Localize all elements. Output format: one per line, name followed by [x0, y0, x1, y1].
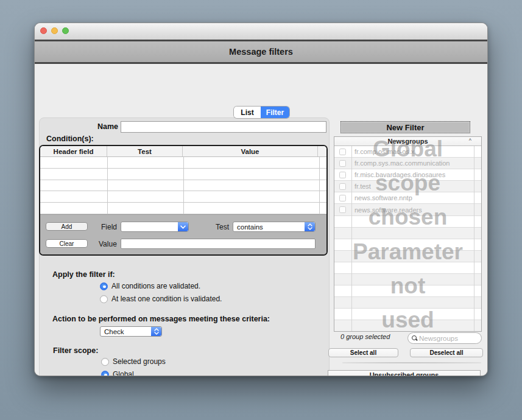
unsubscribed-groups-header[interactable]: Unsubscribed groups	[328, 371, 480, 376]
radio-label: Selected groups	[113, 357, 166, 366]
newsgroup-name: fr.test	[354, 183, 371, 190]
checkbox-column-divider	[351, 146, 352, 331]
newsgroup-row[interactable]: fr.misc.bavardages.dinosaures	[334, 169, 481, 181]
newsgroup-row[interactable]: news.software.readers	[334, 204, 481, 215]
newsgroup-name: news.software.nntp	[354, 194, 412, 201]
column-header-test[interactable]: Test	[107, 146, 183, 156]
action-dropdown[interactable]: Check	[100, 326, 162, 337]
name-label: Name	[35, 122, 118, 131]
new-filter-button[interactable]: New Filter	[340, 121, 470, 133]
test-dropdown[interactable]: contains	[233, 222, 316, 232]
newsgroup-checkbox[interactable]	[339, 206, 346, 213]
field-label: Field	[101, 223, 117, 231]
radio-one-condition[interactable]: At least one condition is validated.	[100, 295, 222, 303]
page-title: Message filters	[229, 47, 293, 57]
column-divider	[107, 157, 108, 214]
empty-row	[334, 309, 481, 320]
radio-label: Global	[113, 370, 134, 376]
newsgroup-name: fr.misc.bavardages.dinosaures	[354, 171, 445, 178]
up-down-stepper-icon	[305, 222, 315, 231]
radio-icon[interactable]	[100, 282, 108, 290]
field-dropdown[interactable]	[121, 222, 189, 232]
value-input[interactable]	[121, 239, 316, 249]
empty-row	[334, 297, 481, 309]
newsgroups-search-field[interactable]	[407, 332, 482, 344]
empty-row	[334, 228, 481, 239]
name-input[interactable]	[121, 121, 326, 133]
column-header-value[interactable]: Value	[183, 146, 318, 156]
column-header-gutter	[318, 146, 326, 156]
newsgroup-name: fr.comp.os.mac-os.x	[354, 148, 414, 155]
add-condition-button[interactable]: Add	[46, 222, 88, 231]
newsgroup-checkbox[interactable]	[339, 172, 346, 178]
newsgroup-name: fr.comp.sys.mac.communication	[354, 159, 450, 167]
unsubscribed-groups-table: Unsubscribed groups	[328, 370, 481, 376]
unsubscribed-groups-header-label: Unsubscribed groups	[370, 371, 439, 377]
condition-table-header: Header field Test Value	[40, 146, 326, 157]
empty-row	[334, 320, 481, 331]
title-band: Message filters	[35, 41, 487, 62]
action-dropdown-value: Check	[104, 328, 124, 335]
zoom-button[interactable]	[62, 27, 69, 34]
newsgroup-row[interactable]: news.software.nntp	[334, 192, 481, 204]
radio-icon[interactable]	[101, 358, 109, 366]
section-divider	[342, 362, 481, 363]
conditions-label: Condition(s):	[46, 135, 94, 143]
window-content: List Filter Name Condition(s): Header fi…	[35, 64, 487, 376]
radio-label: All conditions are validated.	[111, 282, 200, 290]
newsgroup-row[interactable]: fr.comp.sys.mac.communication	[334, 158, 481, 169]
column-header-field[interactable]: Header field	[40, 146, 107, 156]
value-label: Value	[99, 240, 117, 248]
empty-row	[334, 251, 481, 262]
radio-selected-groups[interactable]: Selected groups	[101, 357, 166, 366]
message-filters-window: Message filters List Filter Name Conditi…	[34, 23, 488, 376]
selected-count-label: 0 group selected	[340, 333, 390, 340]
newsgroups-rows: fr.comp.os.mac-os.xfr.comp.sys.mac.commu…	[334, 146, 481, 331]
newsgroup-row[interactable]: fr.test	[334, 181, 481, 192]
condition-box: Header field Test Value Add Clear Field	[39, 145, 328, 256]
radio-all-conditions[interactable]: All conditions are validated.	[100, 282, 200, 290]
newsgroup-name: news.software.readers	[354, 206, 422, 214]
tab-filter[interactable]: Filter	[261, 107, 289, 118]
newsgroup-checkbox[interactable]	[339, 160, 346, 167]
radio-global[interactable]: Global	[101, 370, 134, 376]
tab-list[interactable]: List	[234, 107, 261, 118]
search-input[interactable]	[419, 335, 474, 342]
empty-row	[334, 285, 481, 297]
empty-row	[334, 216, 481, 228]
minimize-button[interactable]	[51, 27, 58, 34]
column-divider	[319, 157, 320, 214]
newsgroups-table: Newsgroups ^ fr.comp.os.mac-os.xfr.comp.…	[334, 136, 482, 332]
test-label: Test	[216, 223, 229, 231]
titlebar[interactable]	[35, 23, 487, 40]
close-button[interactable]	[40, 27, 47, 34]
newsgroup-row[interactable]: fr.comp.os.mac-os.x	[334, 146, 481, 158]
view-segmented-control: List Filter	[234, 107, 289, 118]
up-down-stepper-icon	[151, 327, 161, 336]
clear-condition-button[interactable]: Clear	[46, 239, 88, 248]
condition-rows	[40, 157, 326, 214]
newsgroup-checkbox[interactable]	[339, 149, 346, 155]
scope-label: Filter scope:	[53, 346, 98, 355]
empty-row	[334, 274, 481, 285]
action-label: Action to be performed on messages meeti…	[52, 315, 270, 323]
column-divider	[183, 157, 184, 214]
empty-row	[334, 262, 481, 274]
newsgroups-header[interactable]: Newsgroups ^	[334, 137, 481, 146]
search-icon	[412, 335, 417, 341]
radio-icon[interactable]	[101, 371, 109, 377]
apply-filter-label: Apply the filter if:	[52, 270, 115, 279]
chevron-down-icon	[178, 222, 188, 231]
newsgroups-header-label: Newsgroups	[387, 138, 428, 145]
newsgroup-checkbox[interactable]	[339, 183, 346, 190]
test-dropdown-value: contains	[237, 223, 263, 231]
empty-row	[334, 239, 481, 251]
newsgroup-checkbox[interactable]	[339, 195, 346, 201]
radio-label: At least one condition is validated.	[111, 295, 222, 303]
radio-icon[interactable]	[100, 295, 108, 303]
deselect-all-button[interactable]: Deselect all	[410, 348, 483, 357]
sort-ascending-icon[interactable]: ^	[469, 138, 471, 144]
select-all-button[interactable]: Select all	[328, 348, 398, 357]
condition-editor-area: Add Clear Field Test contains	[40, 214, 326, 254]
scrollbar-gutter-divider	[474, 146, 474, 331]
